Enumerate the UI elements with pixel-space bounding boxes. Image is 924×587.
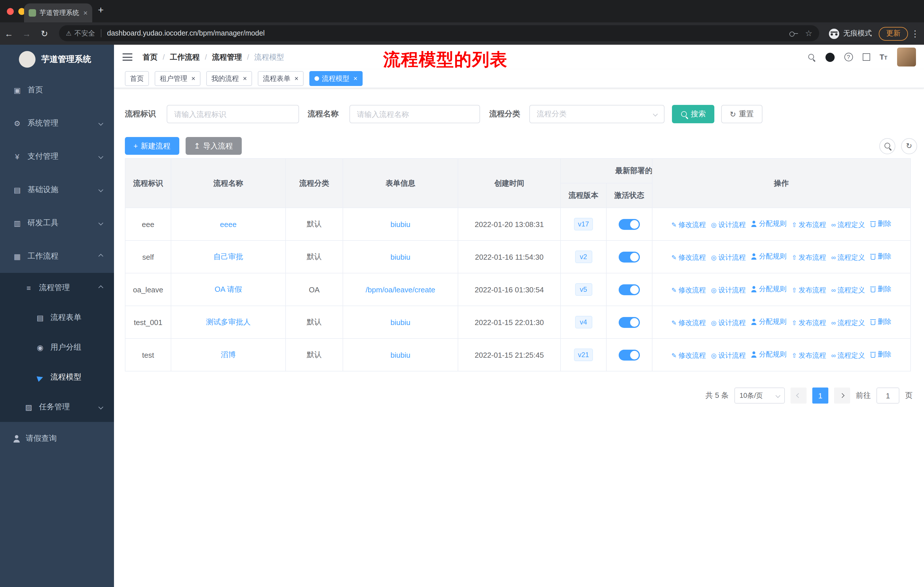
action-definition[interactable]: ∞流程定义 xyxy=(831,318,865,327)
process-name-link[interactable]: 自己审批 xyxy=(213,252,243,261)
update-button[interactable]: 更新 xyxy=(879,26,908,40)
sidebar-item-home[interactable]: ▣首页 xyxy=(0,73,114,107)
active-toggle[interactable] xyxy=(619,284,640,295)
page-number-button[interactable]: 1 xyxy=(812,387,828,403)
tag-3[interactable]: 流程表单× xyxy=(258,71,304,86)
action-publish[interactable]: ⇧发布流程 xyxy=(792,285,826,295)
help-icon[interactable]: ? xyxy=(844,53,853,61)
sidebar-item-infrastructure[interactable]: ▤基础设施 xyxy=(0,173,114,207)
tab-close-icon[interactable]: × xyxy=(83,8,87,17)
action-assign[interactable]: 分配规则 xyxy=(751,219,787,228)
action-delete[interactable]: 删除 xyxy=(870,317,891,326)
tag-0[interactable]: 首页 xyxy=(125,71,149,86)
fullscreen-icon[interactable] xyxy=(863,53,870,61)
page-size-select[interactable]: 10条/页 xyxy=(734,387,785,403)
sidebar-item-process-model[interactable]: ▶流程模型 xyxy=(0,362,114,392)
process-name-link[interactable]: 测试多审批人 xyxy=(206,317,251,326)
close-icon[interactable]: × xyxy=(243,74,247,83)
close-icon[interactable]: × xyxy=(353,74,358,83)
breadcrumb-item[interactable]: 首页 xyxy=(143,52,158,62)
sidebar-item-task-management[interactable]: ▨任务管理 xyxy=(0,392,114,422)
action-edit[interactable]: ✎修改流程 xyxy=(672,351,706,360)
action-design[interactable]: ◎设计流程 xyxy=(711,253,746,262)
next-page-button[interactable] xyxy=(834,387,850,403)
avatar[interactable] xyxy=(897,48,916,66)
action-edit[interactable]: ✎修改流程 xyxy=(672,318,706,327)
form-link[interactable]: biubiu xyxy=(390,351,410,359)
close-icon[interactable]: × xyxy=(191,74,195,83)
form-link[interactable]: biubiu xyxy=(390,318,410,326)
github-icon[interactable] xyxy=(825,53,834,62)
forward-button[interactable]: → xyxy=(18,29,36,38)
sidebar-item-payment[interactable]: ¥支付管理 xyxy=(0,140,114,173)
process-name-link[interactable]: eeee xyxy=(220,220,237,228)
action-design[interactable]: ◎设计流程 xyxy=(711,351,746,360)
process-id-input[interactable] xyxy=(167,105,299,123)
close-icon[interactable]: × xyxy=(294,74,299,83)
reset-button[interactable]: ↻ 重置 xyxy=(721,105,762,123)
tag-2[interactable]: 我的流程× xyxy=(206,71,252,86)
url-text[interactable]: dashboard.yudao.iocoder.cn/bpm/manager/m… xyxy=(107,29,785,37)
action-definition[interactable]: ∞流程定义 xyxy=(831,220,865,230)
action-publish[interactable]: ⇧发布流程 xyxy=(792,220,826,230)
action-publish[interactable]: ⇧发布流程 xyxy=(792,253,826,262)
action-definition[interactable]: ∞流程定义 xyxy=(831,253,865,262)
active-toggle[interactable] xyxy=(619,219,640,230)
sidebar-item-process-management[interactable]: ≡流程管理 xyxy=(0,273,114,303)
action-publish[interactable]: ⇧发布流程 xyxy=(792,318,826,327)
sidebar-item-workflow[interactable]: ▦工作流程 xyxy=(0,240,114,273)
close-window-button[interactable] xyxy=(7,8,14,15)
action-design[interactable]: ◎设计流程 xyxy=(711,285,746,295)
tag-1[interactable]: 租户管理× xyxy=(155,71,201,86)
tag-4[interactable]: 流程模型× xyxy=(309,71,363,86)
create-process-button[interactable]: + 新建流程 xyxy=(125,137,179,155)
toggle-search-button[interactable] xyxy=(879,138,895,154)
search-icon[interactable] xyxy=(807,53,815,61)
refresh-table-button[interactable]: ↻ xyxy=(901,138,917,154)
sidebar-item-process-form[interactable]: ▤流程表单 xyxy=(0,303,114,332)
back-button[interactable]: ← xyxy=(0,29,18,38)
action-assign[interactable]: 分配规则 xyxy=(751,349,787,359)
action-delete[interactable]: 删除 xyxy=(870,349,891,359)
sidebar-item-user-group[interactable]: ◉用户分组 xyxy=(0,332,114,362)
breadcrumb-item[interactable]: 工作流程 xyxy=(170,52,200,62)
security-label[interactable]: 不安全 xyxy=(74,28,95,38)
action-edit[interactable]: ✎修改流程 xyxy=(672,285,706,295)
action-delete[interactable]: 删除 xyxy=(870,284,891,294)
category-select[interactable]: 流程分类 xyxy=(529,105,665,123)
action-assign[interactable]: 分配规则 xyxy=(751,317,787,326)
breadcrumb-item[interactable]: 流程管理 xyxy=(212,52,242,62)
action-definition[interactable]: ∞流程定义 xyxy=(831,351,865,360)
action-edit[interactable]: ✎修改流程 xyxy=(672,253,706,262)
active-toggle[interactable] xyxy=(619,251,640,262)
action-publish[interactable]: ⇧发布流程 xyxy=(792,351,826,360)
sidebar-item-devtools[interactable]: ▥研发工具 xyxy=(0,207,114,240)
active-toggle[interactable] xyxy=(619,317,640,327)
process-name-input[interactable] xyxy=(350,105,480,123)
sidebar-item-leave-query[interactable]: 请假查询 xyxy=(0,422,114,455)
logo[interactable]: 芋道管理系统 xyxy=(0,45,114,73)
goto-page-input[interactable] xyxy=(876,387,899,403)
process-name-link[interactable]: OA 请假 xyxy=(214,285,242,293)
bookmark-star-icon[interactable]: ☆ xyxy=(805,29,812,38)
address-bar[interactable]: ⚠ 不安全 dashboard.yudao.iocoder.cn/bpm/man… xyxy=(59,25,819,41)
action-delete[interactable]: 删除 xyxy=(870,219,891,228)
browser-menu-icon[interactable]: ⋮ xyxy=(911,28,919,39)
action-edit[interactable]: ✎修改流程 xyxy=(672,220,706,230)
action-design[interactable]: ◎设计流程 xyxy=(711,220,746,230)
collapse-menu-icon[interactable] xyxy=(122,53,132,61)
search-button[interactable]: 搜索 xyxy=(672,105,714,123)
import-process-button[interactable]: ↥ 导入流程 xyxy=(185,137,241,155)
form-link[interactable]: biubiu xyxy=(390,253,410,261)
action-assign[interactable]: 分配规则 xyxy=(751,251,787,261)
reload-button[interactable]: ↻ xyxy=(36,28,53,39)
active-toggle[interactable] xyxy=(619,349,640,360)
action-definition[interactable]: ∞流程定义 xyxy=(831,285,865,295)
action-design[interactable]: ◎设计流程 xyxy=(711,318,746,327)
action-assign[interactable]: 分配规则 xyxy=(751,284,787,294)
font-size-icon[interactable]: TT xyxy=(879,53,887,61)
form-link[interactable]: biubiu xyxy=(390,220,410,228)
process-name-link[interactable]: 滔博 xyxy=(221,350,236,359)
action-delete[interactable]: 删除 xyxy=(870,251,891,261)
form-link[interactable]: /bpm/oa/leave/create xyxy=(366,285,436,294)
